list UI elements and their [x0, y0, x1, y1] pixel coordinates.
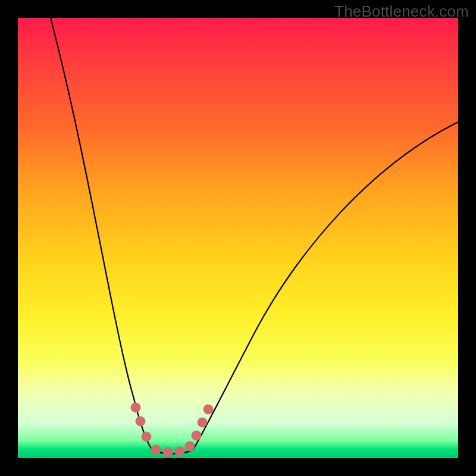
bottleneck-curve-layer: [18, 18, 458, 458]
marker-dot: [131, 403, 140, 412]
marker-dot: [203, 405, 213, 414]
plot-area: [18, 18, 458, 458]
curve-left-branch: [51, 18, 152, 449]
marker-dot: [175, 447, 184, 456]
curve-right-branch: [193, 122, 458, 449]
marker-dot: [163, 447, 173, 457]
chart-container: TheBottleneck.com: [0, 0, 476, 476]
marker-dot: [185, 441, 195, 451]
marker-dot: [198, 418, 207, 427]
marker-dot: [192, 431, 201, 440]
marker-dot: [151, 445, 161, 455]
marker-dot: [136, 416, 145, 426]
marker-dot: [142, 432, 151, 441]
